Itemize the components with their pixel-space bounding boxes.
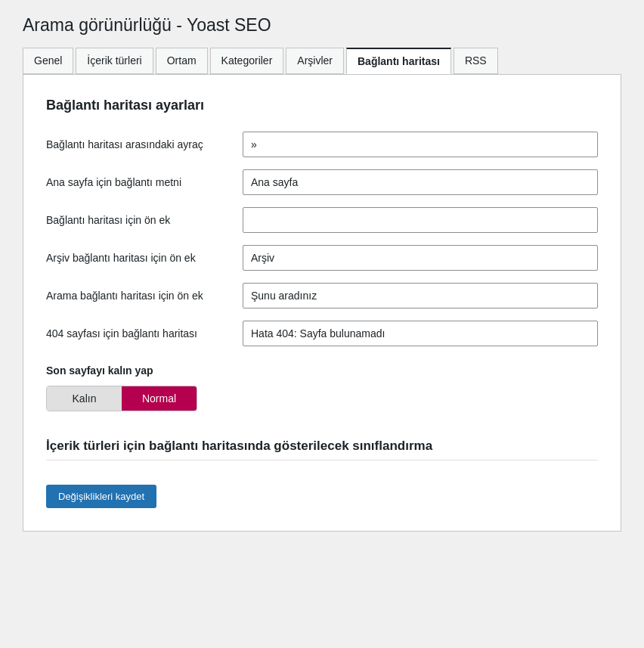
field-input-separator[interactable] bbox=[243, 132, 598, 157]
field-input-404[interactable] bbox=[243, 321, 598, 346]
field-input-prefix[interactable] bbox=[243, 207, 598, 233]
toggle-bold-btn[interactable]: Kalın bbox=[47, 386, 122, 411]
field-label-404: 404 sayfası için bağlantı haritası bbox=[46, 327, 243, 340]
tab-bar: Genel İçerik türleri Ortam Kategoriler A… bbox=[23, 48, 621, 73]
field-label-prefix: Bağlantı haritası için ön ek bbox=[46, 214, 243, 226]
field-row-archive-prefix: Arşiv bağlantı haritası için ön ek bbox=[46, 245, 598, 271]
tab-baglanti-haritasi[interactable]: Bağlantı haritası bbox=[346, 48, 451, 74]
toggle-normal-btn[interactable]: Normal bbox=[122, 386, 197, 411]
field-input-search-prefix[interactable] bbox=[243, 283, 598, 308]
field-label-homepage: Ana sayfa için bağlantı metni bbox=[46, 176, 243, 188]
field-label-separator: Bağlantı haritası arasındaki ayraç bbox=[46, 138, 243, 150]
field-row-search-prefix: Arama bağlantı haritası için ön ek bbox=[46, 283, 598, 308]
tab-arsivler[interactable]: Arşivler bbox=[286, 48, 344, 74]
tab-genel[interactable]: Genel bbox=[23, 48, 73, 74]
section-title-2: İçerik türleri için bağlantı haritasında… bbox=[46, 439, 598, 460]
tab-icerik-turleri[interactable]: İçerik türleri bbox=[76, 48, 153, 74]
tab-kategoriler[interactable]: Kategoriler bbox=[210, 48, 284, 74]
toggle-label: Son sayfayı kalın yap bbox=[46, 364, 598, 377]
tab-rss[interactable]: RSS bbox=[454, 48, 498, 74]
field-row-prefix: Bağlantı haritası için ön ek bbox=[46, 207, 598, 233]
field-label-archive-prefix: Arşiv bağlantı haritası için ön ek bbox=[46, 252, 243, 264]
tab-ortam[interactable]: Ortam bbox=[156, 48, 208, 74]
save-button[interactable]: Değişiklikleri kaydet bbox=[46, 485, 156, 508]
field-input-archive-prefix[interactable] bbox=[243, 245, 598, 271]
field-input-homepage[interactable] bbox=[243, 169, 598, 195]
page-title: Arama görünürlüğü - Yoast SEO bbox=[23, 15, 621, 36]
section-title: Bağlantı haritası ayarları bbox=[46, 98, 598, 113]
content-area: Bağlantı haritası ayarları Bağlantı hari… bbox=[23, 74, 621, 532]
field-row-homepage: Ana sayfa için bağlantı metni bbox=[46, 169, 598, 195]
field-label-search-prefix: Arama bağlantı haritası için ön ek bbox=[46, 290, 243, 302]
field-row-404: 404 sayfası için bağlantı haritası bbox=[46, 321, 598, 346]
bold-toggle-group: Kalın Normal bbox=[46, 386, 197, 411]
field-row-separator: Bağlantı haritası arasındaki ayraç bbox=[46, 132, 598, 157]
